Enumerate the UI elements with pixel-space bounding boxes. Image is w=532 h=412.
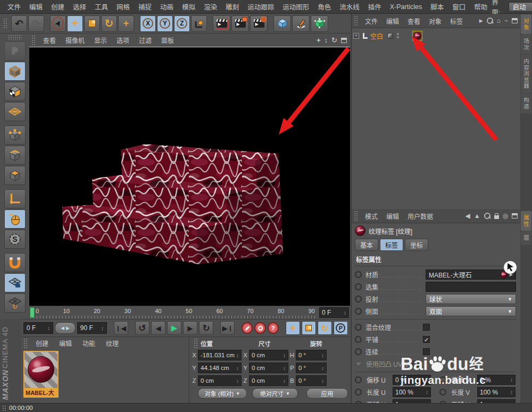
workplane-lock-button[interactable]: [4, 273, 26, 292]
am-menu-edit[interactable]: 编辑: [382, 212, 403, 221]
om-menu-objects[interactable]: 对象: [425, 16, 446, 26]
mm-menu-create[interactable]: 创建: [30, 339, 54, 348]
last-tool-button[interactable]: +: [118, 15, 134, 32]
coordinate-system-button[interactable]: [191, 15, 207, 32]
end-frame-field[interactable]: 90 F ↕: [77, 322, 107, 334]
rot-b-field[interactable]: 0 °↕: [296, 375, 327, 386]
spinner-icon[interactable]: ↕: [236, 365, 239, 371]
menu-pipeline[interactable]: 流水线: [335, 2, 364, 12]
sidebar-grip[interactable]: [8, 35, 22, 40]
menu-render[interactable]: 渲染: [200, 2, 221, 12]
autokey-button[interactable]: [254, 322, 265, 334]
live-selection-button[interactable]: ➤: [50, 15, 66, 32]
am-menu-mode[interactable]: 模式: [361, 212, 382, 221]
pos-y-field[interactable]: 44.148 cm↕: [198, 363, 242, 373]
toolbar-grip[interactable]: [3, 18, 8, 29]
size-x-field[interactable]: 0 cm↕: [249, 350, 288, 360]
offset-v-field[interactable]: 0 %↕: [477, 375, 516, 385]
play-backwards-button[interactable]: ↺: [135, 321, 149, 335]
am-menu-userdata[interactable]: 用户数据: [403, 212, 437, 221]
add-cube-object-button[interactable]: [273, 15, 291, 32]
render-view-button[interactable]: [213, 15, 230, 32]
coords-grip[interactable]: [194, 338, 198, 349]
keyframe-circle-icon[interactable]: [439, 376, 446, 383]
dock-tab-layers[interactable]: 层: [521, 231, 531, 245]
search-icon[interactable]: [484, 213, 491, 219]
dock-tab-objects[interactable]: 对象: [521, 14, 531, 34]
dock-tab-takes[interactable]: 场次: [521, 35, 531, 54]
undo-button[interactable]: ↶: [11, 15, 27, 32]
key-scale-toggle[interactable]: [302, 321, 316, 335]
mm-menu-texture[interactable]: 纹理: [101, 339, 124, 348]
spinner-icon[interactable]: ↕: [321, 378, 324, 384]
viewport-canvas[interactable]: [29, 47, 350, 306]
mix-textures-checkbox[interactable]: [423, 324, 430, 331]
visibility-dots-icon[interactable]: [397, 33, 399, 38]
vp-menu-options[interactable]: 选项: [112, 36, 134, 45]
tab-tag[interactable]: 标签: [380, 239, 403, 251]
menu-plugins[interactable]: 插件: [364, 2, 386, 12]
subdivision-surface-button[interactable]: [311, 15, 328, 32]
side-dropdown[interactable]: 双面 ▼: [426, 306, 516, 316]
pos-z-field[interactable]: 0 cm↕: [198, 375, 242, 386]
spline-pen-button[interactable]: [292, 15, 310, 32]
spinner-icon[interactable]: ↕: [321, 365, 324, 371]
length-v-field[interactable]: 100 %↕: [477, 387, 516, 397]
menu-xparticles[interactable]: X-Particles: [386, 3, 426, 11]
interface-layout-dropdown[interactable]: 启动 ▼: [509, 2, 532, 12]
x-axis-lock-button[interactable]: X: [140, 15, 156, 32]
move-tool-button[interactable]: +: [67, 15, 83, 32]
spinner-icon[interactable]: ↕: [510, 389, 513, 395]
fold-arrow-icon[interactable]: [356, 363, 361, 366]
spinner-icon[interactable]: ↕: [321, 352, 324, 358]
points-mode-button[interactable]: [4, 125, 26, 145]
tile-checkbox[interactable]: ✓: [423, 336, 430, 343]
spinner-icon[interactable]: ↕: [236, 352, 239, 358]
object-tree[interactable]: + 空白: [352, 28, 520, 209]
menu-script[interactable]: 脚本: [426, 2, 448, 12]
menu-simulate[interactable]: 模拟: [178, 2, 200, 12]
y-axis-lock-button[interactable]: Y: [157, 15, 173, 32]
keyframe-circle-icon[interactable]: [355, 389, 362, 396]
render-picture-viewer-button[interactable]: [231, 15, 249, 32]
z-axis-lock-button[interactable]: Z: [174, 15, 190, 32]
workplane-auto-button[interactable]: ↻: [4, 293, 26, 313]
material-link-field[interactable]: MABEL-大理石 ▶: [426, 270, 516, 280]
dock-tab-attributes[interactable]: 属性: [521, 211, 531, 231]
size-z-field[interactable]: 0 cm↕: [249, 375, 288, 386]
keyframe-circle-icon[interactable]: [355, 271, 362, 278]
dock-tab-content-browser[interactable]: 内容浏览器: [521, 55, 531, 93]
tab-coordinates[interactable]: 坐标: [405, 239, 428, 251]
target-icon[interactable]: ◎: [503, 212, 508, 220]
menu-mograph[interactable]: 运动图形: [278, 2, 313, 12]
pan-view-icon[interactable]: +: [317, 36, 321, 44]
window-icon[interactable]: [512, 18, 518, 23]
spinner-icon[interactable]: ↕: [426, 377, 428, 383]
history-back-icon[interactable]: ◀: [465, 212, 470, 220]
enable-snap-button[interactable]: [4, 253, 26, 272]
menu-tools[interactable]: 工具: [90, 2, 112, 12]
model-mode-button[interactable]: [4, 62, 26, 81]
keyframe-circle-icon[interactable]: [355, 376, 362, 383]
menu-sculpt[interactable]: 雕刻: [221, 2, 243, 12]
mm-menu-function[interactable]: 功能: [77, 339, 101, 348]
keyframe-circle-icon[interactable]: [355, 336, 362, 343]
keyframe-circle-icon[interactable]: [439, 389, 446, 396]
axis-mode-button[interactable]: [4, 189, 26, 208]
spinner-icon[interactable]: ↕: [426, 389, 428, 395]
menu-edit[interactable]: 编辑: [25, 2, 47, 12]
key-parameter-toggle[interactable]: P: [334, 321, 348, 335]
menu-snap[interactable]: 捕捉: [134, 2, 156, 12]
layer-icon[interactable]: [387, 33, 393, 39]
menu-create[interactable]: 创建: [47, 2, 69, 12]
snap-settings-button[interactable]: S: [4, 230, 26, 249]
history-forward-icon[interactable]: ▲: [474, 212, 480, 220]
position-mode-dropdown[interactable]: 对象 (相对)▼: [198, 388, 247, 399]
spinner-icon[interactable]: ↕: [283, 352, 286, 358]
selection-field[interactable]: [426, 282, 516, 292]
toggle-views-icon[interactable]: [341, 38, 347, 43]
viewport-solo-button[interactable]: [4, 209, 26, 229]
material-grip[interactable]: [23, 338, 28, 349]
menu-window[interactable]: 窗口: [448, 2, 470, 12]
keyframe-circle-icon[interactable]: [355, 296, 362, 302]
